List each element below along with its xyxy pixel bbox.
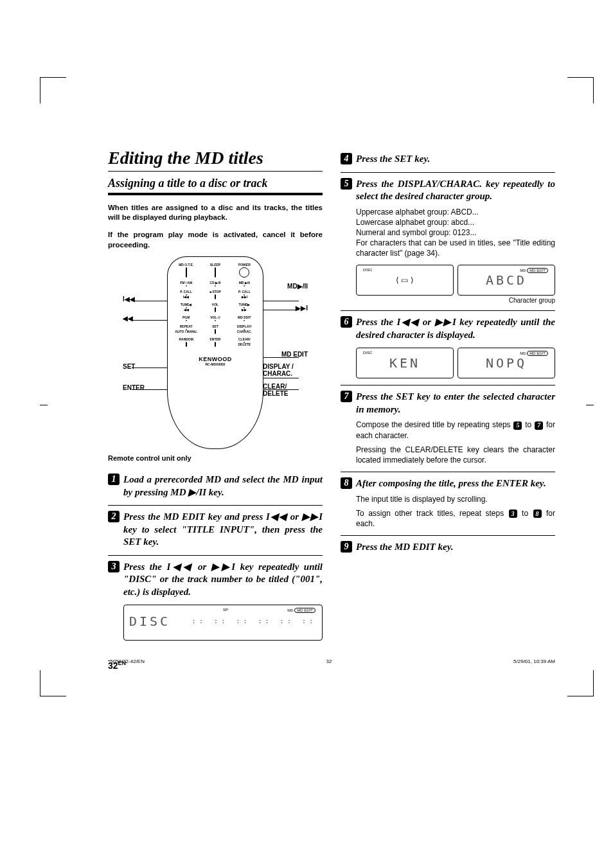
btn-label: RANDOM — [179, 338, 193, 341]
step-number-icon: 9 — [341, 541, 352, 553]
crop-mark — [586, 405, 594, 405]
leader-line — [132, 320, 168, 321]
lcd-md: MD — [520, 351, 526, 355]
lead-rew: ◀◀ — [123, 315, 133, 322]
step-body-line: For characters that can be used in title… — [356, 238, 555, 258]
lcd-split: DISC KEN MD MD EDIT NOPQ — [356, 348, 555, 378]
lcd-left: DISC ⟨ ▭ ⟩ — [356, 265, 454, 296]
btn-label: ■ STOP — [209, 290, 221, 294]
step-title: After composing the title, press the ENT… — [356, 477, 555, 490]
step-number-icon: 6 — [341, 316, 352, 328]
lead-enter: ENTER — [123, 384, 145, 391]
btn-label: P. CALL — [180, 290, 192, 294]
step-body: Uppercase alphabet group: ABCD... Lowerc… — [356, 207, 555, 259]
lcd-text: ABCD — [486, 272, 527, 288]
btn-label: DISPLAY/ — [237, 325, 252, 328]
step-8: 8 After composing the title, press the E… — [341, 472, 555, 536]
lcd-right: MD MD EDIT NOPQ — [458, 348, 555, 378]
btn-label: TUNE◀ — [181, 303, 192, 306]
lcd-mdedit-box: MD EDIT — [527, 268, 548, 273]
remote-button — [186, 342, 187, 347]
btn-label: POWER — [238, 263, 251, 267]
right-column: 4 Press the SET key. 5 Press the DISPLAY… — [341, 148, 555, 671]
btn-label: CHARAC. — [237, 330, 252, 333]
lcd-left: DISC KEN — [356, 348, 454, 378]
step-body-line: Lowercase alphabet group: abcd... — [356, 217, 555, 227]
step-number-icon: 2 — [108, 511, 120, 522]
step-title: Press the I◀◀ or ▶▶I key repeatedly unti… — [356, 316, 555, 341]
step-9: 9 Press the MD EDIT key. — [341, 536, 555, 560]
inline-step-ref: 5 — [513, 421, 522, 430]
btn-label: PGM — [182, 316, 190, 319]
lcd-md: MD — [520, 269, 526, 272]
lcd-tag: DISC — [363, 351, 372, 355]
remote-button — [186, 320, 187, 321]
step-title: Press the MD EDIT key and press I◀◀ or ▶… — [123, 511, 323, 549]
btn-label: ▶▶ — [242, 308, 247, 312]
crop-mark — [40, 405, 48, 405]
footer-center: 32 — [326, 659, 332, 664]
lead-ff: ▶▶I — [296, 305, 308, 312]
step-6: 6 Press the I◀◀ or ▶▶I key repeatedly un… — [341, 311, 555, 385]
crop-mark — [567, 670, 594, 696]
btn-label: VOL — [212, 303, 218, 306]
remote-button — [244, 320, 245, 321]
btn-label: P. CALL — [238, 290, 251, 294]
footer-right: 5/29/01, 10:39 AM — [513, 659, 555, 664]
step-title: Press the MD EDIT key. — [356, 541, 454, 554]
btn-label: FM / AM — [180, 281, 192, 285]
leader-line — [132, 301, 168, 301]
step-body-line: Uppercase alphabet group: ABCD... — [356, 207, 555, 217]
crop-mark — [40, 77, 66, 103]
lcd-right: MD MD EDIT ABCD — [458, 265, 555, 296]
intro-paragraph: If the program play mode is activated, c… — [108, 230, 323, 250]
remote-button — [186, 294, 187, 296]
remote-outline: MD O.T.E. SLEEP POWER FM / AM CD ▶/II MD… — [167, 256, 263, 449]
lcd-tag: MD MD EDIT — [520, 351, 548, 356]
footer-left: *5052/32-42/EN — [108, 659, 145, 664]
remote-button — [215, 285, 216, 287]
btn-label: SLEEP — [210, 263, 220, 267]
step-number-icon: 1 — [108, 474, 120, 485]
inline-step-ref: 7 — [535, 421, 543, 430]
remote-button — [215, 320, 216, 321]
lcd-mdedit-box: MD EDIT — [294, 608, 315, 613]
btn-label: DELETE — [238, 343, 251, 346]
lead-skip: I◀◀ — [123, 296, 135, 303]
step-body: Compose the desired title by repeating s… — [356, 420, 555, 440]
lcd-tag: DISC — [363, 268, 372, 272]
step-number-icon: 8 — [341, 477, 352, 489]
remote-button — [186, 267, 187, 278]
leader-line — [263, 310, 299, 310]
step-7: 7 Press the SET key to enter the selecte… — [341, 385, 555, 472]
step-body-fragment: Compose the desired title by repeating s… — [356, 420, 513, 429]
remote-button — [215, 329, 216, 334]
step-title: Press the I◀◀ or ▶▶I key repeatedly unti… — [123, 561, 323, 599]
lcd-md: MD — [287, 608, 293, 612]
btn-label: MD ▶/II — [239, 281, 250, 285]
btn-label: ▶▶I — [242, 296, 247, 299]
leader-line — [132, 368, 168, 368]
step-number-icon: 4 — [341, 153, 352, 164]
inline-step-ref: 3 — [509, 509, 517, 518]
brand-label: KENWOOD — [173, 356, 258, 362]
remote-button — [186, 307, 187, 308]
step-title: Press the DISPLAY/CHARAC. key repeatedly… — [356, 178, 555, 203]
lcd-split: DISC ⟨ ▭ ⟩ MD MD EDIT ABCD — [356, 265, 555, 296]
step-1: 1 Load a prerecorded MD and select the M… — [108, 468, 323, 506]
remote-button — [239, 267, 249, 278]
step-body-line: Numeral and symbol group: 0123... — [356, 227, 555, 238]
lcd-dots: :: :: :: :: :: :: — [192, 618, 317, 624]
lcd-display: SP MD MD EDIT DISC :: :: :: :: :: :: — [123, 605, 323, 641]
btn-label: MD EDIT — [238, 316, 251, 319]
remote-caption: Remote control unit only — [108, 454, 323, 462]
step-5: 5 Press the DISPLAY/CHARAC. key repeated… — [341, 173, 555, 312]
left-column: Editing the MD titles Assigning a title … — [108, 148, 323, 671]
remote-button — [244, 285, 245, 287]
btn-label: AUTO / MANU. — [175, 330, 197, 333]
btn-label: REPEAT — [180, 325, 193, 328]
remote-diagram: MD O.T.E. SLEEP POWER FM / AM CD ▶/II MD… — [108, 256, 323, 449]
section-title: Assigning a title to a disc or track — [108, 177, 323, 195]
btn-label: CLEAR/ — [238, 338, 251, 341]
lead-clear: CLEAR/ DELETE — [263, 383, 308, 397]
